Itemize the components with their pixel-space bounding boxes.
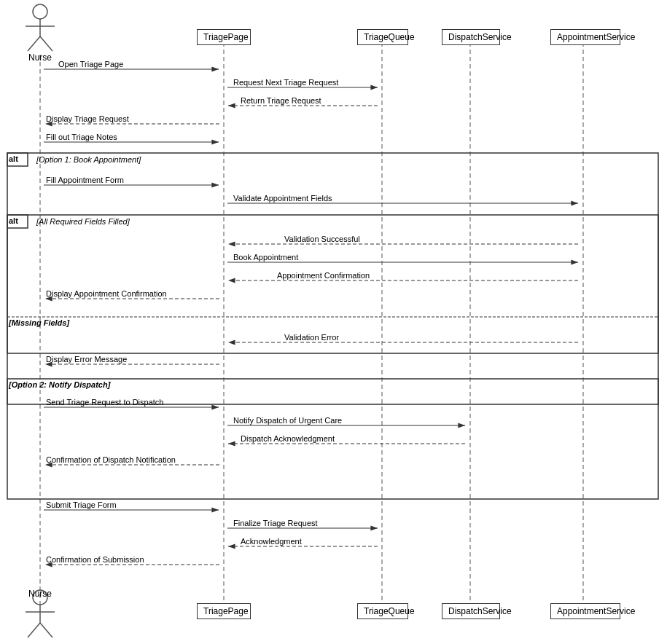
sequence-diagram: TriagePage TriageQueue DispatchService A…	[0, 0, 667, 644]
msg-book-appt: Book Appointment	[233, 253, 298, 262]
svg-arrows	[0, 0, 667, 644]
actor-label-triagequeue-top: TriageQueue	[364, 32, 415, 42]
msg-acknowledgment: Acknowledgment	[241, 537, 302, 546]
guard-label-2: [All Required Fields Filled]	[36, 217, 130, 226]
msg-notify-dispatch: Notify Dispatch of Urgent Care	[233, 416, 342, 425]
msg-finalize: Finalize Triage Request	[233, 519, 318, 527]
actor-label-dispatch-top: DispatchService	[448, 32, 512, 42]
msg-appt-confirm: Appointment Confirmation	[277, 271, 370, 280]
svg-line-42	[40, 623, 52, 637]
svg-line-37	[40, 36, 52, 51]
msg-submit-triage: Submit Triage Form	[46, 500, 117, 509]
guard-option2: [Option 2: Notify Dispatch]	[9, 380, 110, 389]
actor-box-triagepage-bottom: TriagePage	[197, 603, 251, 619]
msg-display-appt-confirm: Display Appointment Confirmation	[46, 289, 167, 298]
frame-alt-label-1: alt	[9, 154, 18, 163]
actor-label-triagepage-bottom: TriagePage	[203, 606, 249, 616]
frame-alt-label-2: alt	[9, 216, 18, 225]
msg-fill-notes: Fill out Triage Notes	[46, 133, 117, 141]
msg-fill-appt-form: Fill Appointment Form	[46, 176, 124, 184]
actor-box-appointment-bottom: AppointmentService	[550, 603, 620, 619]
actor-label-appointment-top: AppointmentService	[557, 32, 635, 42]
actor-box-dispatch-bottom: DispatchService	[442, 603, 500, 619]
actor-label-triagequeue-bottom: TriageQueue	[364, 606, 415, 616]
msg-validation-success: Validation Successful	[284, 235, 360, 243]
actor-label-triagepage-top: TriagePage	[203, 32, 249, 42]
actor-box-triagepage-top: TriagePage	[197, 29, 251, 45]
svg-point-33	[33, 4, 47, 19]
actor-box-triagequeue-top: TriageQueue	[357, 29, 408, 45]
actor-box-triagequeue-bottom: TriageQueue	[357, 603, 408, 619]
actor-label-nurse-top: Nurse	[22, 52, 58, 63]
msg-confirm-submission: Confirmation of Submission	[46, 555, 144, 564]
actor-label-appointment-bottom: AppointmentService	[557, 606, 635, 616]
msg-send-triage-dispatch: Send Triage Request to Dispatch	[46, 398, 163, 407]
msg-validate-fields: Validate Appointment Fields	[233, 194, 332, 203]
svg-line-41	[28, 623, 40, 637]
msg-request-next: Request Next Triage Request	[233, 78, 338, 87]
msg-return-triage: Return Triage Request	[241, 96, 321, 105]
msg-display-triage: Display Triage Request	[46, 114, 129, 123]
msg-validation-error: Validation Error	[284, 333, 339, 342]
actor-label-dispatch-bottom: DispatchService	[448, 606, 512, 616]
guard-label-1: [Option 1: Book Appointment]	[36, 155, 141, 164]
msg-confirm-dispatch: Confirmation of Dispatch Notification	[46, 455, 176, 464]
svg-line-36	[28, 36, 40, 51]
msg-display-error: Display Error Message	[46, 355, 127, 364]
msg-open-triage: Open Triage Page	[58, 60, 123, 68]
msg-dispatch-ack: Dispatch Acknowledgment	[241, 434, 335, 443]
actor-box-dispatch-top: DispatchService	[442, 29, 500, 45]
actor-label-nurse-bottom: Nurse	[22, 589, 58, 599]
guard-missing-fields: [Missing Fields]	[9, 318, 69, 327]
actor-box-appointment-top: AppointmentService	[550, 29, 620, 45]
